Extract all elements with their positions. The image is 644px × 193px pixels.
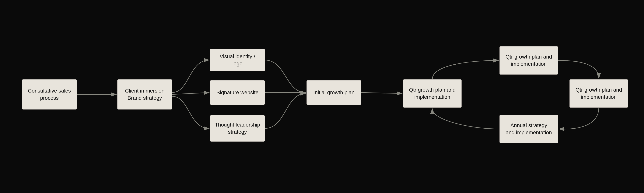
- svg-line-3: [361, 93, 402, 93]
- node-consultative: Consultative sales process: [22, 79, 77, 110]
- node-thought-leadership: Thought leadershipstrategy: [210, 115, 265, 142]
- node-signature-website: Signature website: [210, 80, 265, 105]
- node-visual-identity: Visual identity / logo: [210, 49, 265, 71]
- node-qtr-right: Qtr growth plan andimplementation: [570, 79, 628, 108]
- node-qtr-top: Qtr growth plan andimplementation: [500, 46, 558, 75]
- svg-line-1: [172, 93, 209, 94]
- node-qtr-center: Qtr growth plan andimplementation: [403, 79, 462, 108]
- node-annual: Annual strategyand implementation: [500, 115, 558, 143]
- node-initial-growth: Initial growth plan: [306, 80, 361, 105]
- node-client-immersion: Client immersionBrand strategy: [117, 79, 172, 110]
- diagram-container: Consultative sales process Client immers…: [0, 0, 644, 193]
